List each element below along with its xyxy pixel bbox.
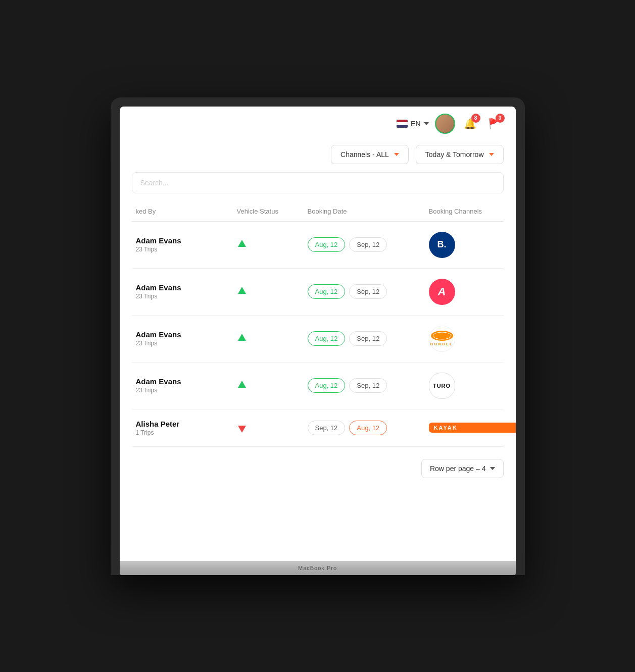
bookings-table: ked By Vehicle Status Booking Date Booki… [132,201,504,447]
vehicle-status-cell [233,331,304,347]
status-down-icon [237,422,247,434]
svg-marker-1 [238,287,246,294]
toolbar: Channels - ALL Today & Tomorrow [120,141,516,172]
start-date-badge: Aug, 12 [308,378,346,393]
airbnb-icon: A [438,285,446,298]
start-date-badge: Aug, 12 [308,284,346,299]
avatar-image [435,114,455,134]
messages-badge: 3 [496,114,505,123]
airbnb-logo: A [429,279,455,305]
vehicle-status-cell [233,284,304,300]
person-cell: Adam Evans 23 Trips [132,328,233,349]
person-name: Adam Evans [136,283,229,292]
laptop-bottom: MacBook Pro [120,561,516,575]
table-row: Adam Evans 23 Trips Aug, 12 Sep, 12 [132,316,504,363]
booking-date-cell: Sep, 12 Aug, 12 [304,419,425,437]
flag-icon [397,120,408,128]
turo-logo: TURO [429,373,455,399]
end-date-badge: Sep, 12 [349,378,387,393]
search-bar[interactable]: Search... [132,172,504,193]
rows-per-page-dropdown-icon [490,467,495,470]
person-cell: Alisha Peter 1 Trips [132,418,233,438]
table-header: ked By Vehicle Status Booking Date Booki… [132,201,504,222]
person-trips: 23 Trips [136,246,229,253]
person-name: Adam Evans [136,236,229,245]
date-badges: Aug, 12 Sep, 12 [308,331,421,346]
notification-badge: 8 [471,114,480,123]
kayak-text: KAYAK [434,425,458,431]
table-row: Adam Evans 23 Trips Aug, 12 Sep, 12 B. [132,222,504,269]
person-trips: 1 Trips [136,429,229,436]
vehicle-status-cell [233,378,304,394]
person-trips: 23 Trips [136,387,229,394]
booking-date-cell: Aug, 12 Sep, 12 [304,329,425,348]
notification-button[interactable]: 🔔 8 [461,115,479,133]
channels-dropdown-icon [394,153,399,156]
header: EN 🔔 8 🚩 3 [120,107,516,141]
table-row: Adam Evans 23 Trips Aug, 12 Sep, 12 [132,363,504,409]
person-name: Adam Evans [136,377,229,386]
end-date-badge: Sep, 12 [349,331,387,346]
dundee-text: DUNDEE [430,342,454,346]
person-cell: Adam Evans 23 Trips [132,281,233,302]
lang-dropdown-icon [424,122,429,125]
booking-date-cell: Aug, 12 Sep, 12 [304,376,425,395]
date-badges: Sep, 12 Aug, 12 [308,421,421,435]
booking-date-cell: Aug, 12 Sep, 12 [304,282,425,301]
channel-cell: KAYAK [425,421,516,435]
rows-per-page-label: Row per page – 4 [430,464,486,473]
person-name: Alisha Peter [136,420,229,428]
person-trips: 23 Trips [136,340,229,347]
col-vehicle-status: Vehicle Status [233,205,304,217]
status-up-icon [237,333,247,345]
laptop-model: MacBook Pro [298,565,337,571]
date-badges: Aug, 12 Sep, 12 [308,284,421,299]
date-badges: Aug, 12 Sep, 12 [308,237,421,252]
svg-point-4 [433,332,451,339]
end-date-badge: Aug, 12 [349,421,387,435]
date-dropdown-icon [489,153,494,156]
dundee-logo: DUNDEE [429,326,455,352]
avatar-face [436,115,454,133]
status-up-icon [237,380,247,392]
person-cell: Adam Evans 23 Trips [132,234,233,255]
person-trips: 23 Trips [136,293,229,300]
pagination: Row per page – 4 [120,447,516,498]
messages-button[interactable]: 🚩 3 [485,115,504,133]
dundee-oval-icon [431,331,453,341]
end-date-badge: Sep, 12 [349,237,387,252]
lang-label: EN [411,120,420,128]
channels-dropdown[interactable]: Channels - ALL [331,145,409,164]
channel-cell: TURO [425,371,516,401]
date-filter-dropdown[interactable]: Today & Tomorrow [416,145,504,164]
booking-com-logo: B. [429,232,455,258]
table-row: Alisha Peter 1 Trips Sep, 12 Aug, 12 [132,409,504,447]
channel-cell: DUNDEE [425,324,516,354]
start-date-badge: Aug, 12 [308,237,346,252]
svg-marker-2 [238,334,246,341]
svg-marker-5 [238,381,246,388]
person-cell: Adam Evans 23 Trips [132,375,233,396]
date-badges: Aug, 12 Sep, 12 [308,378,421,393]
language-selector[interactable]: EN [397,120,428,128]
channel-cell: B. [425,230,516,260]
person-name: Adam Evans [136,330,229,339]
col-booking-channels: Booking Channels [425,205,516,217]
status-up-icon [237,239,247,251]
kayak-logo: KAYAK [429,423,516,433]
vehicle-status-cell [233,237,304,253]
turo-text: TURO [433,383,451,389]
col-booked-by: ked By [132,205,233,217]
svg-marker-0 [238,240,246,247]
start-date-badge: Aug, 12 [308,331,346,346]
rows-per-page-selector[interactable]: Row per page – 4 [421,459,504,478]
search-placeholder: Search... [140,179,169,187]
end-date-badge: Sep, 12 [349,284,387,299]
channels-label: Channels - ALL [340,150,389,159]
avatar[interactable] [435,114,455,134]
booking-date-cell: Aug, 12 Sep, 12 [304,235,425,254]
col-booking-date: Booking Date [304,205,425,217]
vehicle-status-cell [233,420,304,436]
table-row: Adam Evans 23 Trips Aug, 12 Sep, 12 [132,269,504,316]
start-date-badge: Sep, 12 [308,421,346,435]
